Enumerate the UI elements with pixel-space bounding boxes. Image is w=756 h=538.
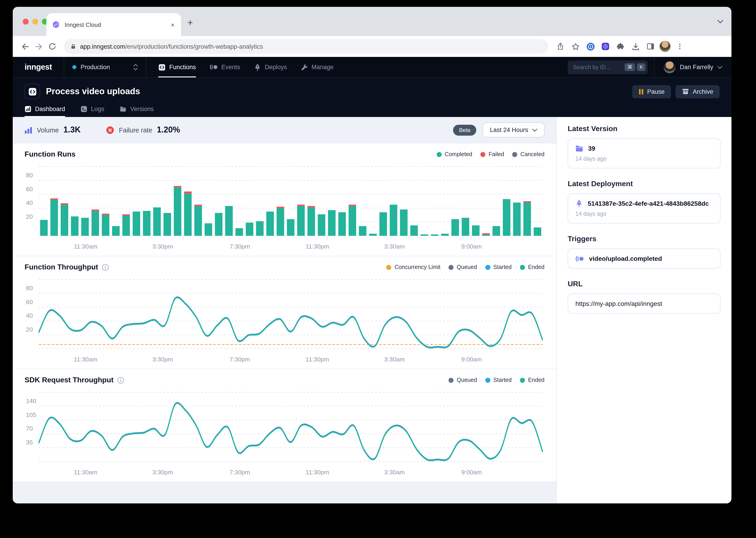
app-navbar: inngest Production Functions Events Depl… xyxy=(13,57,732,78)
legend-item: Concurrency Limit xyxy=(386,264,440,270)
user-menu[interactable]: Dan Farrelly xyxy=(655,61,732,73)
browser-tab[interactable]: Inngest Cloud × xyxy=(46,13,181,36)
bookmark-star-icon[interactable] xyxy=(570,40,581,52)
sdk-request-throughput-section: SDK Request Throughput Queued Started En… xyxy=(13,369,556,482)
share-icon[interactable] xyxy=(554,40,566,52)
side-panel-icon[interactable] xyxy=(644,40,656,52)
svg-text:3:30pm: 3:30pm xyxy=(152,356,173,362)
dashboard-icon xyxy=(24,105,31,112)
svg-text:40: 40 xyxy=(26,199,33,206)
svg-text:20: 20 xyxy=(26,213,33,220)
svg-text:7:30pm: 7:30pm xyxy=(229,356,250,362)
svg-text:35: 35 xyxy=(26,439,33,446)
tab-logs[interactable]: Logs xyxy=(80,101,104,117)
tab-title: Inngest Cloud xyxy=(65,21,170,28)
latest-deployment-card[interactable]: 5141387e-35c2-4efe-a421-4843b86258dc 14 … xyxy=(568,193,721,224)
nav-item-events[interactable]: Events xyxy=(210,57,240,78)
trigger-card[interactable]: video/upload.completed xyxy=(568,248,721,269)
events-icon xyxy=(210,64,218,71)
volume-value: 1.3K xyxy=(64,125,81,135)
chevron-down-icon xyxy=(532,128,537,132)
svg-text:3:30pm: 3:30pm xyxy=(152,469,173,475)
nav-item-functions[interactable]: Functions xyxy=(158,57,196,78)
svg-text:3:30pm: 3:30pm xyxy=(152,243,173,250)
function-throughput-title: Function Throughput xyxy=(24,263,109,271)
url-bar[interactable]: app.inngest.com/env/production/functions… xyxy=(64,39,548,54)
nav-item-manage[interactable]: Manage xyxy=(301,57,334,78)
tab-versions[interactable]: Versions xyxy=(120,101,154,117)
archive-button[interactable]: Archive xyxy=(676,85,720,98)
function-runs-legend: Completed Failed Canceled xyxy=(437,151,544,157)
function-throughput-section: Function Throughput Concurrency Limit Qu… xyxy=(13,256,556,369)
url-value: https://my-app.com/api/inngest xyxy=(575,300,662,307)
screen: Inngest Cloud × + app.inngest.com/env/pr… xyxy=(0,0,756,538)
svg-text:3:30am: 3:30am xyxy=(384,243,404,250)
forward-button[interactable] xyxy=(32,40,45,53)
volume-bars-icon xyxy=(24,126,32,134)
trigger-value: video/upload.completed xyxy=(589,255,662,262)
close-window-button[interactable] xyxy=(23,19,29,25)
time-range-select[interactable]: Last 24 Hours xyxy=(483,123,544,137)
svg-text:80: 80 xyxy=(26,285,33,291)
sdk-request-throughput-chart[interactable]: 357010514011:30am3:30pm7:30pm11:30pm3:30… xyxy=(24,390,544,479)
stats-bar: Volume 1.3K Failure rate 1.20% Beta Last… xyxy=(13,117,556,143)
browser-profile-avatar[interactable] xyxy=(660,41,671,52)
url-card[interactable]: https://my-app.com/api/inngest xyxy=(568,294,721,314)
latest-version-card[interactable]: 39 14 days ago xyxy=(568,138,721,168)
window-controls xyxy=(23,19,48,25)
deployment-rocket-icon xyxy=(575,200,583,207)
primary-nav: Functions Events Deploys Manage xyxy=(147,57,346,78)
refresh-button[interactable] xyxy=(45,40,59,53)
environment-switcher[interactable]: Production xyxy=(64,64,146,71)
page-footer-strip xyxy=(13,482,556,504)
new-tab-button[interactable]: + xyxy=(187,18,193,27)
tab-dashboard[interactable]: Dashboard xyxy=(24,101,65,117)
search-placeholder: Search by ID... xyxy=(573,64,623,70)
svg-text:9:00am: 9:00am xyxy=(461,356,482,362)
lock-icon xyxy=(70,43,76,50)
failure-rate-stat: Failure rate 1.20% xyxy=(106,125,180,135)
user-avatar xyxy=(664,61,676,73)
legend-item: Started xyxy=(485,377,512,383)
url-heading: URL xyxy=(568,280,721,288)
password-manager-extension-icon[interactable] xyxy=(585,40,596,52)
chevron-up-down-icon xyxy=(133,64,138,71)
close-tab-icon[interactable]: × xyxy=(170,21,175,28)
beta-badge: Beta xyxy=(453,125,476,135)
function-throughput-chart[interactable]: 2040608011:30am3:30pm7:30pm11:30pm3:30am… xyxy=(24,277,544,366)
url-text: app.inngest.com/env/production/functions… xyxy=(80,43,263,50)
pause-button[interactable]: Pause xyxy=(632,85,671,98)
user-name: Dan Farrelly xyxy=(680,64,713,71)
failure-x-icon xyxy=(106,126,115,134)
latest-deployment-value: 5141387e-35c2-4efe-a421-4843b86258dc xyxy=(588,200,709,207)
function-runs-title: Function Runs xyxy=(24,150,75,158)
download-icon[interactable] xyxy=(630,40,641,52)
page-content: Volume 1.3K Failure rate 1.20% Beta Last… xyxy=(13,117,732,504)
volume-stat: Volume 1.3K xyxy=(24,125,81,135)
function-runs-chart[interactable]: 2040608011:30am3:30pm7:30pm11:30pm3:30am… xyxy=(24,164,544,253)
svg-text:11:30pm: 11:30pm xyxy=(306,469,329,475)
svg-text:11:30pm: 11:30pm xyxy=(306,356,329,362)
archive-icon xyxy=(682,88,689,95)
svg-text:60: 60 xyxy=(26,186,33,192)
info-icon[interactable] xyxy=(102,264,109,271)
function-throughput-legend: Concurrency Limit Queued Started Ended xyxy=(386,264,544,270)
svg-text:60: 60 xyxy=(26,298,33,305)
nav-item-deploys[interactable]: Deploys xyxy=(254,57,287,78)
cmd-key-badge: ⌘ xyxy=(625,63,635,71)
pause-icon xyxy=(638,88,643,94)
browser-menu-kebab-icon[interactable] xyxy=(674,40,685,52)
legend-item: Canceled xyxy=(512,151,544,157)
info-icon[interactable] xyxy=(117,377,124,384)
svg-text:40: 40 xyxy=(26,312,33,319)
inngest-logo[interactable]: inngest xyxy=(13,62,64,72)
svg-text:20: 20 xyxy=(26,326,33,333)
minimize-window-button[interactable] xyxy=(32,19,38,25)
back-button[interactable] xyxy=(18,40,32,53)
purple-extension-icon[interactable] xyxy=(599,40,611,52)
search-input[interactable]: Search by ID... ⌘ K xyxy=(568,60,648,74)
tab-search-chevron-icon[interactable] xyxy=(717,20,723,24)
failure-rate-value: 1.20% xyxy=(157,125,180,135)
latest-version-heading: Latest Version xyxy=(568,125,721,133)
extensions-puzzle-icon[interactable] xyxy=(615,40,626,52)
